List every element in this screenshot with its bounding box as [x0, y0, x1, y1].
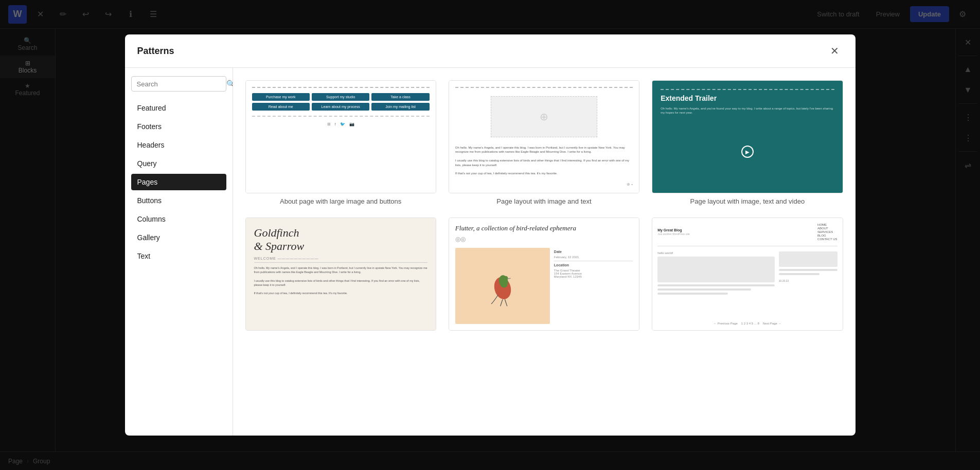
- pattern-image-text-content: ⊕ Oh hello. My name's Angela, and I oper…: [449, 81, 639, 193]
- search-icon: 🔍: [226, 80, 233, 88]
- svg-line-4: [500, 299, 502, 306]
- svg-line-3: [508, 278, 510, 279]
- modal-overlay: Patterns ✕ 🔍 Featured Footers Headers Qu…: [0, 0, 980, 470]
- pattern-label-image-text: Page layout with image and text: [449, 197, 639, 205]
- pattern-card-blog[interactable]: My Great Blog Just another WordPress sit…: [652, 218, 843, 335]
- pattern-label-image-text-video: Page layout with image, text and video: [652, 197, 843, 205]
- pattern-image-text-video-content: Extended Trailer Oh hello. My name's Ang…: [652, 81, 842, 193]
- pattern-goldfinch-content: Goldfinch& Sparrow WELCOME —————————— Oh…: [246, 218, 436, 330]
- pattern-card-image-text-video[interactable]: Extended Trailer Oh hello. My name's Ang…: [652, 80, 843, 205]
- pattern-card-flutter[interactable]: Flutter, a collection of bird-related ep…: [449, 218, 639, 335]
- svg-line-5: [505, 299, 507, 306]
- modal-header: Patterns ✕: [125, 34, 856, 68]
- pattern-preview-goldfinch: Goldfinch& Sparrow WELCOME —————————— Oh…: [245, 218, 436, 331]
- pattern-blog-content: My Great Blog Just another WordPress sit…: [652, 218, 842, 330]
- pattern-about-content: Purchase my work Support my studio Take …: [246, 81, 436, 193]
- modal-close-button[interactable]: ✕: [827, 43, 843, 59]
- pattern-preview-flutter: Flutter, a collection of bird-related ep…: [449, 218, 639, 331]
- modal-nav-pages[interactable]: Pages: [131, 174, 226, 190]
- modal-nav-footers[interactable]: Footers: [131, 118, 226, 135]
- pattern-label-about: About page with large image and buttons: [245, 197, 436, 205]
- modal-nav-gallery[interactable]: Gallery: [131, 229, 226, 246]
- pattern-preview-about: Purchase my work Support my studio Take …: [245, 80, 436, 193]
- pattern-preview-blog: My Great Blog Just another WordPress sit…: [652, 218, 843, 331]
- modal-nav-buttons[interactable]: Buttons: [131, 192, 226, 209]
- pattern-preview-image-text: ⊕ Oh hello. My name's Angela, and I oper…: [449, 80, 639, 193]
- pattern-preview-image-text-video: Extended Trailer Oh hello. My name's Ang…: [652, 80, 843, 193]
- modal-title: Patterns: [137, 46, 174, 57]
- bird-svg: [485, 263, 521, 309]
- pattern-search-box: 🔍: [131, 76, 226, 92]
- modal-content: Purchase my work Support my studio Take …: [233, 68, 856, 436]
- patterns-modal: Patterns ✕ 🔍 Featured Footers Headers Qu…: [125, 34, 856, 436]
- modal-nav-headers[interactable]: Headers: [131, 137, 226, 153]
- svg-point-2: [504, 276, 508, 281]
- modal-nav-text[interactable]: Text: [131, 248, 226, 264]
- pattern-card-about[interactable]: Purchase my work Support my studio Take …: [245, 80, 436, 205]
- modal-body: 🔍 Featured Footers Headers Query Pages B…: [125, 68, 856, 436]
- pattern-grid: Purchase my work Support my studio Take …: [245, 80, 843, 335]
- pattern-card-goldfinch[interactable]: Goldfinch& Sparrow WELCOME —————————— Oh…: [245, 218, 436, 335]
- pattern-search-input[interactable]: [137, 80, 223, 88]
- modal-nav-query[interactable]: Query: [131, 155, 226, 172]
- pattern-card-image-text[interactable]: ⊕ Oh hello. My name's Angela, and I oper…: [449, 80, 639, 205]
- modal-sidebar: 🔍 Featured Footers Headers Query Pages B…: [125, 68, 233, 436]
- modal-nav-columns[interactable]: Columns: [131, 211, 226, 227]
- modal-nav-featured[interactable]: Featured: [131, 100, 226, 116]
- pattern-flutter-content: Flutter, a collection of bird-related ep…: [449, 218, 639, 330]
